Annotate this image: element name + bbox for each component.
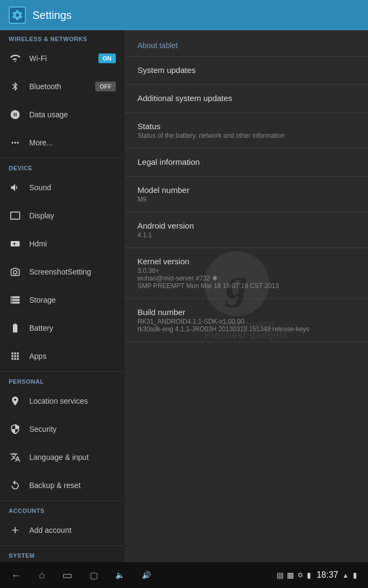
sidebar-item-screenshot[interactable]: ScreenshotSetting: [0, 258, 124, 286]
signal-icon: ▤: [277, 571, 284, 579]
add-account-label: Add account: [29, 526, 71, 534]
sidebar-item-battery[interactable]: Battery: [0, 314, 124, 342]
section-device: DEVICE: [0, 159, 124, 173]
sidebar-item-add-account[interactable]: Add account: [0, 516, 124, 544]
section-personal: PERSONAL: [0, 373, 124, 387]
back-button[interactable]: ←: [11, 569, 22, 582]
header-title: Settings: [32, 9, 71, 22]
wifi-icon: [9, 52, 22, 65]
main-item-system-updates[interactable]: System updates: [124, 57, 368, 85]
sidebar: WIRELESS & NETWORKS Wi-Fi ON Bluetooth O…: [0, 30, 124, 562]
location-label: Location services: [29, 397, 88, 405]
sidebar-item-hdmi[interactable]: Hdmi: [0, 230, 124, 258]
legal-title: Legal information: [137, 157, 355, 166]
backup-icon: [9, 479, 22, 492]
volume-down-button[interactable]: 🔈: [115, 571, 124, 579]
navigation-bar: ← ⌂ ▭ ▢ 🔈 🔊 ▤ ▩ ✡ ▮ 18:37 ▴ ▮: [0, 562, 368, 588]
display-icon: [9, 209, 22, 222]
nav-left-buttons: ← ⌂ ▭ ▢ 🔈 🔊: [11, 569, 151, 582]
clock-display: 18:37: [317, 570, 338, 580]
battery-indicator: ▮: [353, 571, 357, 579]
sim-icon: ▩: [287, 571, 294, 579]
more-label: More...: [29, 138, 53, 147]
location-icon: [9, 395, 22, 407]
main-item-kernel: Kernel version 3.0.36+ wuhao@mid-server …: [124, 248, 368, 299]
sidebar-item-backup[interactable]: Backup & reset: [0, 471, 124, 499]
model-title: Model number: [137, 185, 355, 195]
battery-label: Battery: [29, 324, 53, 332]
build-title: Build number: [137, 308, 355, 317]
build-value: RK31_ANDROID4.1.1-SDK-v1.00.00 rk30sdk-e…: [137, 318, 355, 333]
battery-icon: [9, 322, 22, 335]
kernel-value: 3.0.36+ wuhao@mid-server #732 ✱ SMP PREE…: [137, 267, 355, 290]
sidebar-item-location[interactable]: Location services: [0, 387, 124, 415]
system-updates-title: System updates: [137, 65, 355, 75]
main-item-additional-updates[interactable]: Additional system updates: [124, 85, 368, 113]
main-item-legal[interactable]: Legal information: [124, 149, 368, 177]
bluetooth-icon: [9, 80, 22, 93]
wifi-toggle[interactable]: ON: [98, 54, 116, 63]
status-subtitle: Status of the battery, network and other…: [137, 132, 355, 139]
divider-system: [0, 545, 124, 546]
apps-icon: [9, 350, 22, 363]
home-button[interactable]: ⌂: [39, 570, 45, 581]
wifi-status-icon: ▴: [344, 571, 347, 579]
additional-updates-title: Additional system updates: [137, 93, 355, 103]
screenshot-button[interactable]: ▢: [90, 570, 98, 580]
section-accounts: ACCOUNTS: [0, 502, 124, 516]
main-page-title: About tablet: [124, 30, 368, 57]
screenshot-label: ScreenshotSetting: [29, 268, 91, 276]
data-usage-label: Data usage: [29, 110, 68, 119]
sidebar-item-data-usage[interactable]: Data usage: [0, 101, 124, 129]
sidebar-item-security[interactable]: Security: [0, 415, 124, 443]
sidebar-item-more[interactable]: More...: [0, 129, 124, 157]
main-item-android-version: Android version 4.1.1: [124, 212, 368, 248]
screenshot-icon: [9, 265, 22, 278]
main-item-model: Model number M9: [124, 177, 368, 212]
sidebar-item-language[interactable]: Language & input: [0, 443, 124, 471]
main-item-status[interactable]: Status Status of the battery, network an…: [124, 113, 368, 149]
divider-device: [0, 158, 124, 158]
nav-right-status: ▤ ▩ ✡ ▮ 18:37 ▴ ▮: [277, 570, 357, 580]
storage-label: Storage: [29, 296, 56, 304]
sidebar-item-wifi[interactable]: Wi-Fi ON: [0, 44, 124, 72]
divider-personal: [0, 371, 124, 372]
status-title: Status: [137, 122, 355, 131]
language-icon: [9, 451, 22, 464]
divider-accounts: [0, 500, 124, 501]
bluetooth-label: Bluetooth: [29, 82, 61, 91]
language-label: Language & input: [29, 453, 89, 462]
sound-label: Sound: [29, 183, 51, 192]
sidebar-item-storage[interactable]: Storage: [0, 286, 124, 314]
sidebar-item-sound[interactable]: Sound: [0, 173, 124, 202]
data-usage-icon: [9, 108, 22, 121]
security-icon: [9, 423, 22, 436]
sidebar-item-display[interactable]: Display: [0, 202, 124, 230]
security-label: Security: [29, 425, 57, 433]
sidebar-item-bluetooth[interactable]: Bluetooth OFF: [0, 72, 124, 101]
volume-up-button[interactable]: 🔊: [142, 571, 151, 579]
hdmi-icon: [9, 237, 22, 250]
kernel-title: Kernel version: [137, 257, 355, 266]
hdmi-label: Hdmi: [29, 239, 47, 248]
section-system: SYSTEM: [0, 547, 124, 561]
settings-icon: [9, 6, 26, 24]
model-value: M9: [137, 196, 355, 203]
apps-label: Apps: [29, 352, 47, 360]
display-label: Display: [29, 211, 54, 220]
android-version-value: 4.1.1: [137, 231, 355, 239]
main-content-area: g GeekbuyingFreshest gadgets About table…: [124, 30, 368, 562]
backup-label: Backup & reset: [29, 481, 81, 490]
main-item-build: Build number RK31_ANDROID4.1.1-SDK-v1.00…: [124, 299, 368, 342]
more-icon: [9, 136, 22, 149]
section-wireless: WIRELESS & NETWORKS: [0, 30, 124, 44]
android-version-title: Android version: [137, 221, 355, 230]
sidebar-item-apps[interactable]: Apps: [0, 342, 124, 370]
status-icons: ▤ ▩ ✡ ▮: [277, 571, 311, 579]
sound-icon: [9, 181, 22, 194]
main-layout: WIRELESS & NETWORKS Wi-Fi ON Bluetooth O…: [0, 30, 368, 562]
wifi-label: Wi-Fi: [29, 54, 47, 63]
bluetooth-toggle[interactable]: OFF: [95, 82, 116, 91]
usb-icon: ✡: [297, 571, 304, 579]
recents-button[interactable]: ▭: [62, 569, 73, 582]
